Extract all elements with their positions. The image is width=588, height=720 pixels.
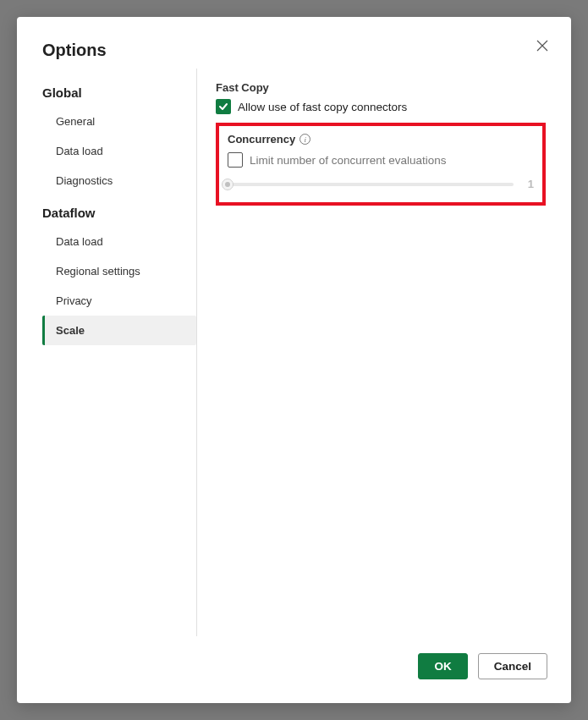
allow-fast-copy-label: Allow use of fast copy connectors	[238, 101, 407, 113]
concurrency-slider-row: 1	[228, 178, 534, 190]
limit-concurrent-row[interactable]: Limit number of concurrent evaluations	[228, 152, 534, 168]
sidebar-item-regional-settings[interactable]: Regional settings	[42, 256, 196, 286]
checkmark-icon	[218, 102, 228, 112]
dialog-footer: OK Cancel	[17, 636, 571, 703]
sidebar-item-diagnostics[interactable]: Diagnostics	[42, 166, 196, 195]
limit-concurrent-checkbox[interactable]	[228, 152, 243, 168]
options-dialog: Options Global General Data load Diagnos…	[17, 17, 571, 703]
slider-thumb[interactable]	[222, 179, 234, 190]
sidebar-section-dataflow: Dataflow	[42, 206, 196, 220]
sidebar-item-general[interactable]: General	[42, 107, 196, 136]
concurrency-slider-value: 1	[522, 178, 534, 190]
dialog-header: Options	[17, 17, 571, 69]
sidebar: Global General Data load Diagnostics Dat…	[42, 69, 197, 636]
sidebar-item-data-load-global[interactable]: Data load	[42, 136, 196, 166]
fast-copy-title: Fast Copy	[216, 81, 546, 94]
allow-fast-copy-checkbox[interactable]	[216, 99, 231, 114]
sidebar-item-privacy[interactable]: Privacy	[42, 286, 196, 316]
concurrency-title-row: Concurrency i	[228, 133, 534, 146]
info-icon[interactable]: i	[299, 134, 310, 145]
sidebar-item-scale[interactable]: Scale	[42, 316, 196, 345]
sidebar-item-data-load-dataflow[interactable]: Data load	[42, 227, 196, 256]
close-button[interactable]	[534, 37, 551, 54]
concurrency-title: Concurrency	[228, 133, 295, 146]
content-pane: Fast Copy Allow use of fast copy connect…	[197, 69, 546, 636]
sidebar-section-global: Global	[42, 85, 196, 100]
dialog-title: Options	[42, 41, 546, 60]
cancel-button[interactable]: Cancel	[478, 653, 547, 679]
close-icon	[536, 40, 548, 52]
concurrency-highlight: Concurrency i Limit number of concurrent…	[216, 123, 546, 206]
concurrency-slider[interactable]	[228, 183, 514, 186]
dialog-body: Global General Data load Diagnostics Dat…	[17, 69, 571, 636]
ok-button[interactable]: OK	[418, 653, 467, 679]
limit-concurrent-label: Limit number of concurrent evaluations	[250, 154, 447, 167]
allow-fast-copy-row[interactable]: Allow use of fast copy connectors	[216, 99, 546, 114]
